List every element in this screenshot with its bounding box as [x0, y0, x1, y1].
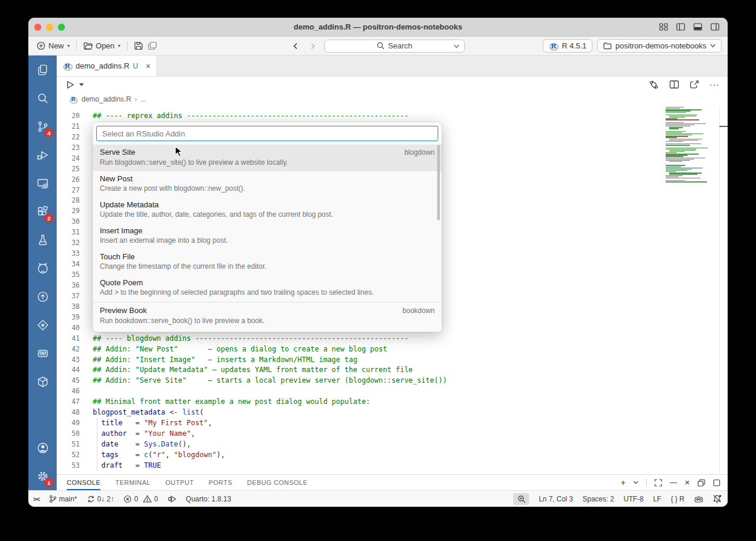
line-number: 33	[57, 249, 80, 258]
sidebar-item-packages[interactable]	[28, 367, 57, 396]
quickpick-item[interactable]: Insert ImageInsert an external image int…	[93, 223, 442, 249]
magnifier-plus-icon	[517, 495, 526, 503]
restore-layout-icon[interactable]	[698, 479, 705, 487]
quickpick-item[interactable]: Quote PoemAdd > to the beginning of sele…	[93, 275, 442, 301]
sidebar-item-extensions[interactable]: 2	[28, 197, 57, 226]
new-button[interactable]: New ▾	[34, 39, 72, 53]
sidebar-item-github[interactable]	[28, 254, 57, 282]
code-line: 42## Addin: "New Post" — opens a dialog …	[57, 344, 728, 354]
quickpick-item[interactable]: New PostCreate a new post with blogdown:…	[93, 171, 442, 197]
minimap[interactable]	[664, 107, 716, 185]
quickpick-input[interactable]: Select an RStudio Addin	[96, 126, 438, 141]
settings-button[interactable]: 1	[28, 462, 57, 490]
quickpick-item[interactable]: Touch FileChange the timestamp of the cu…	[93, 249, 442, 275]
cursor-position[interactable]: Ln 7, Col 3	[539, 495, 573, 503]
sidebar-item-publish[interactable]	[28, 282, 57, 311]
quickpick-list: Serve SiteblogdownRun blogdown::serve_si…	[93, 145, 442, 332]
robot-icon	[694, 495, 703, 503]
panel-tab-console[interactable]: CONSOLE	[67, 475, 100, 490]
code-line: 52 tags = c("r", "blogdown"),	[57, 449, 728, 460]
panel-tab-output[interactable]: OUTPUT	[165, 475, 194, 490]
quickpick-scrollbar[interactable]	[437, 145, 440, 220]
line-number: 35	[57, 270, 80, 279]
indent-guide	[97, 418, 97, 471]
sidebar-item-explorer[interactable]	[28, 56, 57, 84]
sidebar-item-quarto[interactable]	[28, 311, 57, 339]
app-window: demo_addins.R — positron-demos-notebooks…	[28, 18, 728, 507]
panel-tab-terminal[interactable]: TERMINAL	[115, 475, 151, 490]
open-in-new-window-icon[interactable]	[689, 80, 699, 89]
language-mode[interactable]: { } R	[671, 495, 685, 503]
debug-status[interactable]	[168, 495, 177, 503]
editor-scrollbar[interactable]	[719, 106, 728, 474]
line-number: 29	[57, 207, 80, 215]
more-actions-icon[interactable]: ···	[709, 82, 719, 87]
workspace-selector[interactable]: positron-demos-notebooks	[597, 39, 722, 53]
title-bar: demo_addins.R — positron-demos-notebooks	[28, 18, 728, 37]
breadcrumb[interactable]: R demo_addins.R › ...	[57, 92, 728, 106]
navigate-forward-icon[interactable]	[308, 41, 317, 51]
search-placeholder: Search	[388, 41, 412, 50]
maximize-window-icon[interactable]	[713, 479, 721, 487]
notifications-button[interactable]	[713, 494, 722, 503]
toggle-primary-sidebar-icon[interactable]	[676, 23, 685, 31]
navigate-back-icon[interactable]	[291, 41, 301, 51]
remote-indicator[interactable]: ><	[33, 496, 40, 503]
tab-demo-addins[interactable]: R demo_addins.R U ×	[57, 56, 157, 76]
sidebar-item-search[interactable]	[28, 84, 57, 112]
breadcrumb-more[interactable]: ...	[141, 95, 146, 103]
line-number: 24	[57, 154, 80, 162]
sidebar-item-source-control[interactable]: 4	[28, 112, 57, 141]
code-editor[interactable]: 20## ---- reprex addins ----------------…	[57, 106, 728, 474]
chevron-down-icon[interactable]	[633, 481, 638, 484]
line-number: 31	[57, 228, 80, 236]
quickpick-item-label: New Post	[100, 174, 133, 184]
problems-status[interactable]: 0 0	[123, 495, 158, 503]
panel-tab-debug-console[interactable]: DEBUG CONSOLE	[247, 475, 307, 490]
sidebar-item-run-debug[interactable]	[28, 141, 57, 169]
sidebar-item-testing[interactable]	[28, 226, 57, 254]
toggle-secondary-sidebar-icon[interactable]	[711, 23, 719, 31]
quickpick-item[interactable]: Input LaTeX Math	[93, 330, 442, 332]
line-number: 27	[57, 186, 80, 194]
quarto-status[interactable]: Quarto: 1.8.13	[186, 495, 232, 503]
quickpick-item[interactable]: Preview BookbookdownRun bookdown::serve_…	[93, 303, 442, 330]
panel-tab-ports[interactable]: PORTS	[208, 475, 232, 490]
minimize-panel-icon[interactable]: —	[670, 478, 677, 487]
chevron-down-icon[interactable]	[454, 44, 460, 48]
line-number: 53	[57, 461, 80, 470]
run-file-button[interactable]	[65, 80, 84, 90]
top-action-bar: New ▾ Open ▾ Search R R	[28, 37, 728, 56]
global-search-input[interactable]: Search	[324, 40, 465, 53]
toggle-panel-icon[interactable]	[693, 23, 702, 31]
quickpick-item[interactable]: Update MetadataUpdate the title, author,…	[93, 197, 442, 223]
zoom-button[interactable]	[513, 493, 529, 505]
git-branch-status[interactable]: main*	[49, 495, 77, 503]
quickpick-item[interactable]: Serve SiteblogdownRun blogdown::serve_si…	[93, 145, 442, 171]
indentation[interactable]: Spaces: 2	[582, 495, 614, 503]
copilot-button[interactable]	[694, 495, 703, 503]
circle-plus-icon	[37, 41, 45, 50]
sidebar-item-assistant[interactable]	[28, 339, 57, 367]
encoding[interactable]: UTF-8	[624, 495, 644, 503]
close-tab-icon[interactable]: ×	[146, 61, 151, 71]
save-button[interactable]	[132, 39, 145, 53]
split-editor-icon[interactable]	[669, 80, 679, 89]
account-button[interactable]	[28, 434, 57, 462]
close-panel-icon[interactable]: ×	[685, 478, 690, 487]
sync-status[interactable]: 0↓ 2↑	[87, 495, 115, 503]
eol-sequence[interactable]: LF	[653, 495, 662, 503]
line-number: 22	[57, 133, 80, 141]
new-console-icon[interactable]: +	[621, 478, 625, 487]
save-all-button[interactable]	[145, 39, 159, 53]
breadcrumb-file[interactable]: demo_addins.R	[82, 95, 131, 103]
code-line: 46	[57, 386, 728, 396]
quickpick-item-detail: Create a new post with blogdown::new_pos…	[100, 184, 435, 194]
interpreter-selector[interactable]: R R 4.5.1	[543, 39, 592, 53]
sidebar-item-console[interactable]	[28, 169, 57, 197]
caret-down-icon: ▾	[67, 43, 70, 48]
open-button[interactable]: Open ▾	[81, 39, 123, 53]
maximize-panel-icon[interactable]	[654, 479, 662, 487]
customize-layout-icon[interactable]	[659, 23, 668, 31]
open-changes-icon[interactable]	[649, 80, 659, 90]
